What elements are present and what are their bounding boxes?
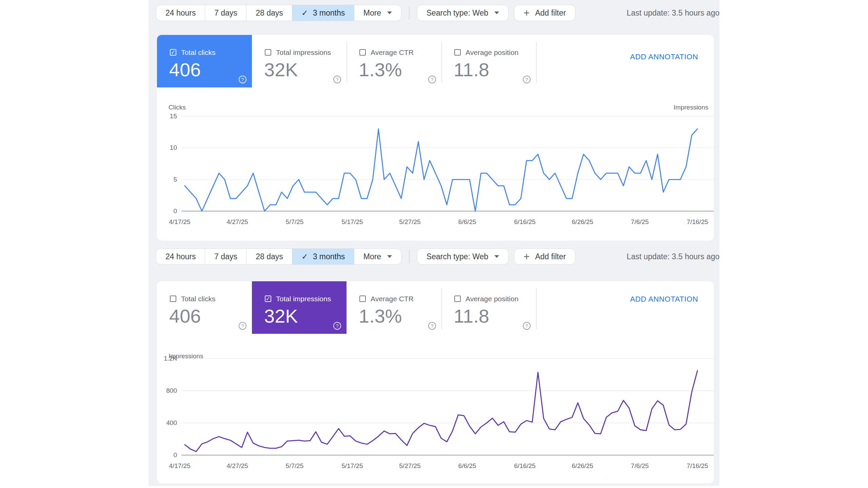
metric-label: Average CTR bbox=[371, 48, 414, 57]
filter-bar-clicks: 24 hours 7 days 28 days ✓ 3 months More … bbox=[156, 5, 719, 21]
add-filter-button[interactable]: + Add filter bbox=[514, 248, 575, 265]
add-filter-label: Add filter bbox=[535, 8, 566, 18]
last-update-text: Last update: 3.5 hours ago bbox=[627, 8, 719, 18]
plus-icon: + bbox=[524, 8, 530, 18]
tab-3-months[interactable]: ✓ 3 months bbox=[292, 248, 354, 265]
x-tick: 4/17/25 bbox=[169, 218, 190, 226]
toolbar-divider bbox=[409, 6, 410, 20]
y-tick: 1.2K bbox=[157, 355, 177, 362]
metric-card-average-position[interactable]: Average position 11.8 ? bbox=[441, 281, 536, 334]
x-axis-impressions: 4/17/25 4/27/25 5/7/25 5/17/25 5/27/25 6… bbox=[181, 462, 714, 470]
x-tick: 4/17/25 bbox=[169, 462, 190, 470]
check-icon: ✓ bbox=[301, 252, 308, 261]
date-range-segmented-control: 24 hours 7 days 28 days ✓ 3 months More bbox=[156, 5, 401, 21]
x-tick: 5/7/25 bbox=[286, 462, 304, 470]
checkbox-checked-icon[interactable]: ✓ bbox=[170, 49, 176, 56]
add-annotation-button[interactable]: ADD ANNOTATION bbox=[630, 53, 698, 61]
checkbox-unchecked-icon[interactable] bbox=[359, 296, 366, 302]
metric-value: 406 bbox=[169, 305, 201, 327]
metric-card-average-ctr[interactable]: Average CTR 1.3% ? bbox=[347, 35, 441, 87]
metric-label: Total impressions bbox=[276, 48, 331, 57]
metric-card-total-impressions[interactable]: Total impressions 32K ? bbox=[252, 35, 347, 87]
tab-7-days[interactable]: 7 days bbox=[205, 5, 247, 21]
x-tick: 6/6/25 bbox=[458, 218, 476, 226]
metric-label: Average position bbox=[466, 48, 518, 57]
x-tick: 6/26/25 bbox=[572, 218, 593, 226]
add-filter-button[interactable]: + Add filter bbox=[514, 5, 575, 21]
x-tick: 7/16/25 bbox=[687, 218, 708, 226]
x-tick: 5/27/25 bbox=[399, 218, 420, 226]
x-tick: 6/16/25 bbox=[514, 462, 535, 470]
checkbox-unchecked-icon[interactable] bbox=[265, 49, 271, 56]
metric-card-average-ctr[interactable]: Average CTR 1.3% ? bbox=[347, 281, 441, 334]
clicks-line-chart[interactable] bbox=[181, 112, 714, 214]
metric-card-total-impressions[interactable]: ✓ Total impressions 32K ? bbox=[252, 281, 347, 334]
tab-label: 7 days bbox=[214, 8, 237, 18]
metric-card-total-clicks[interactable]: ✓ Total clicks 406 ? bbox=[157, 35, 252, 87]
performance-panel-clicks: ✓ Total clicks 406 ? Total impressions 3… bbox=[157, 35, 714, 241]
x-tick: 6/6/25 bbox=[458, 462, 476, 470]
search-type-dropdown[interactable]: Search type: Web bbox=[417, 248, 509, 265]
metric-value: 406 bbox=[169, 59, 201, 81]
tab-label: 3 months bbox=[313, 8, 345, 18]
help-icon[interactable]: ? bbox=[239, 322, 246, 330]
x-tick: 6/26/25 bbox=[572, 462, 593, 470]
filter-bar-impressions: 24 hours 7 days 28 days ✓ 3 months More … bbox=[156, 248, 719, 265]
x-tick: 6/16/25 bbox=[514, 218, 535, 226]
checkbox-checked-icon[interactable]: ✓ bbox=[265, 296, 271, 302]
help-icon[interactable]: ? bbox=[333, 322, 341, 330]
y-axis-title-impressions: Impressions bbox=[674, 104, 708, 111]
y-tick: 15 bbox=[157, 113, 177, 120]
card-divider bbox=[536, 288, 537, 329]
metric-value: 1.3% bbox=[359, 59, 402, 81]
y-axis-title-clicks: Clicks bbox=[169, 104, 186, 111]
tab-label: More bbox=[363, 252, 381, 261]
y-tick: 10 bbox=[157, 144, 177, 151]
chevron-down-icon bbox=[387, 12, 392, 14]
metric-label: Average position bbox=[466, 295, 518, 303]
x-tick: 7/16/25 bbox=[687, 462, 708, 470]
help-icon[interactable]: ? bbox=[428, 76, 436, 83]
metric-value: 1.3% bbox=[359, 305, 402, 327]
tab-more[interactable]: More bbox=[354, 248, 401, 265]
chevron-down-icon bbox=[387, 255, 392, 258]
add-annotation-button[interactable]: ADD ANNOTATION bbox=[630, 295, 698, 304]
x-tick: 7/6/25 bbox=[631, 218, 649, 226]
help-icon[interactable]: ? bbox=[523, 322, 531, 330]
x-tick: 4/27/25 bbox=[226, 462, 248, 470]
metric-value: 32K bbox=[264, 59, 298, 81]
checkbox-unchecked-icon[interactable] bbox=[170, 296, 176, 302]
impressions-series-line bbox=[185, 371, 697, 452]
y-tick: 5 bbox=[157, 176, 177, 183]
y-tick: 400 bbox=[157, 419, 177, 427]
metric-card-total-clicks[interactable]: Total clicks 406 ? bbox=[157, 281, 252, 334]
help-icon[interactable]: ? bbox=[239, 76, 246, 83]
metric-value: 11.8 bbox=[454, 305, 489, 327]
help-icon[interactable]: ? bbox=[523, 76, 531, 83]
help-icon[interactable]: ? bbox=[428, 322, 436, 330]
toolbar-divider bbox=[409, 250, 410, 263]
tab-24-hours[interactable]: 24 hours bbox=[156, 248, 205, 265]
x-tick: 5/17/25 bbox=[341, 462, 363, 470]
search-type-label: Search type: Web bbox=[427, 8, 488, 18]
help-icon[interactable]: ? bbox=[333, 76, 341, 83]
last-update-text: Last update: 3.5 hours ago bbox=[627, 252, 719, 261]
check-icon: ✓ bbox=[301, 8, 308, 18]
metric-card-average-position[interactable]: Average position 11.8 ? bbox=[441, 35, 536, 87]
checkbox-unchecked-icon[interactable] bbox=[454, 296, 461, 302]
checkbox-unchecked-icon[interactable] bbox=[454, 49, 461, 56]
chevron-down-icon bbox=[494, 255, 499, 258]
tab-24-hours[interactable]: 24 hours bbox=[156, 5, 205, 21]
impressions-line-chart[interactable] bbox=[181, 354, 714, 456]
metric-label: Total impressions bbox=[276, 295, 331, 303]
tab-3-months[interactable]: ✓ 3 months bbox=[292, 5, 354, 21]
search-type-dropdown[interactable]: Search type: Web bbox=[417, 5, 509, 21]
card-divider bbox=[536, 42, 537, 83]
tab-28-days[interactable]: 28 days bbox=[246, 5, 293, 21]
tab-28-days[interactable]: 28 days bbox=[246, 248, 293, 265]
x-tick: 4/27/25 bbox=[226, 218, 248, 226]
tab-more[interactable]: More bbox=[354, 5, 401, 21]
search-console-performance-page: 24 hours 7 days 28 days ✓ 3 months More … bbox=[0, 0, 868, 488]
checkbox-unchecked-icon[interactable] bbox=[359, 49, 366, 56]
tab-7-days[interactable]: 7 days bbox=[205, 248, 247, 265]
